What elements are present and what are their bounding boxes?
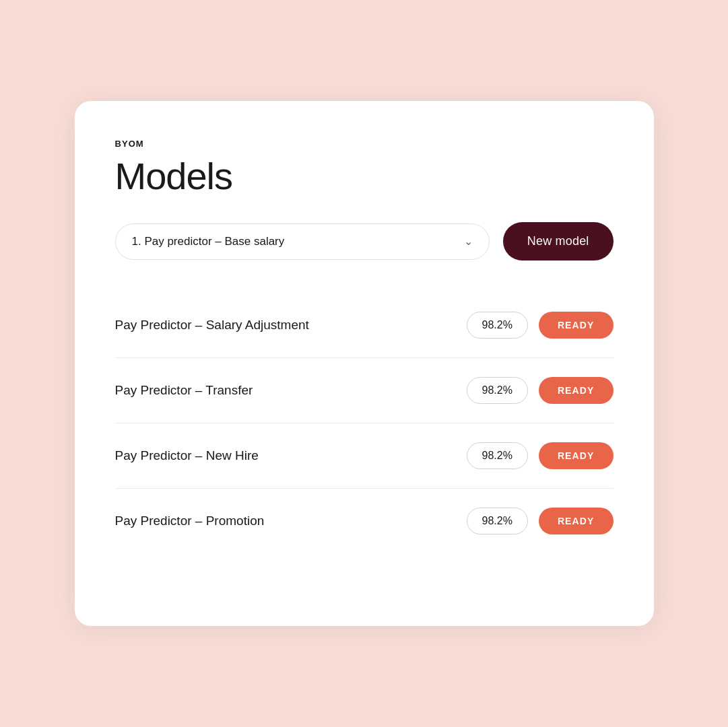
model-name: Pay Predictor – Transfer xyxy=(115,383,253,398)
accuracy-badge: 98.2% xyxy=(467,312,528,339)
model-selector-dropdown[interactable]: 1. Pay predictor – Base salary ⌄ xyxy=(115,223,490,260)
new-model-button[interactable]: New model xyxy=(503,222,614,261)
main-card: BYOM Models 1. Pay predictor – Base sala… xyxy=(75,101,654,626)
model-row: Pay Predictor – Transfer98.2%READY xyxy=(115,358,614,423)
model-row-right: 98.2%READY xyxy=(467,442,614,469)
models-list: Pay Predictor – Salary Adjustment98.2%RE… xyxy=(115,293,614,553)
page-title: Models xyxy=(115,154,614,198)
ready-status-button[interactable]: READY xyxy=(539,377,614,404)
model-selector-text: 1. Pay predictor – Base salary xyxy=(132,235,285,248)
model-row-right: 98.2%READY xyxy=(467,508,614,534)
ready-status-button[interactable]: READY xyxy=(539,312,614,339)
model-row-right: 98.2%READY xyxy=(467,312,614,339)
byom-label: BYOM xyxy=(115,139,614,149)
ready-status-button[interactable]: READY xyxy=(539,442,614,469)
model-name: Pay Predictor – Salary Adjustment xyxy=(115,318,309,333)
model-name: Pay Predictor – New Hire xyxy=(115,448,259,463)
model-row: Pay Predictor – Promotion98.2%READY xyxy=(115,489,614,553)
accuracy-badge: 98.2% xyxy=(467,508,528,534)
model-name: Pay Predictor – Promotion xyxy=(115,514,265,528)
model-row: Pay Predictor – New Hire98.2%READY xyxy=(115,423,614,489)
model-row-right: 98.2%READY xyxy=(467,377,614,404)
accuracy-badge: 98.2% xyxy=(467,442,528,469)
model-row: Pay Predictor – Salary Adjustment98.2%RE… xyxy=(115,293,614,358)
top-controls: 1. Pay predictor – Base salary ⌄ New mod… xyxy=(115,222,614,261)
chevron-down-icon: ⌄ xyxy=(464,235,473,248)
accuracy-badge: 98.2% xyxy=(467,377,528,404)
ready-status-button[interactable]: READY xyxy=(539,508,614,534)
